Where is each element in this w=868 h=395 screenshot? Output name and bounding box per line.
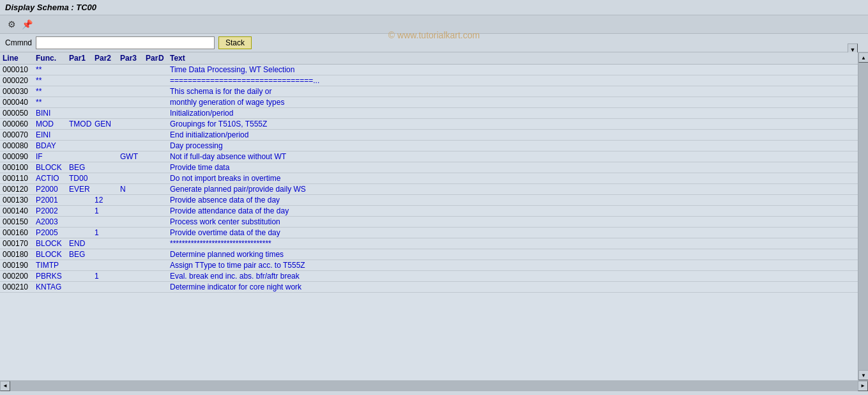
table-row[interactable]: 000070 EINI End initialization/period [0,130,858,141]
cell-text: ********************************** [170,239,855,248]
cell-line: 000020 [3,76,36,85]
cell-line: 000060 [3,120,36,128]
cell-text: monthly generation of wage types [170,98,855,107]
col-header-line: Line [3,54,36,63]
col-header-par1: Par1 [69,54,95,63]
table-row[interactable]: 000140 P2002 1 Provide attendance data o… [0,206,858,217]
cell-func: A2003 [36,217,69,226]
table-row[interactable]: 000110 ACTIO TD00 Do not import breaks i… [0,173,858,184]
table-row[interactable]: 000090 IF GWT Not if full-day absence wi… [0,151,858,162]
cell-text: Time Data Processing, WT Selection [170,65,855,74]
cell-func: PBRKS [36,272,69,281]
cell-text: Assign TType to time pair acc. to T555Z [170,261,855,270]
table-row[interactable]: 000030 ** This schema is for the daily o… [0,86,858,97]
cell-line: 000010 [3,65,36,74]
cell-par2: 12 [95,196,120,205]
scroll-track [858,63,868,370]
page-title: Display Schema : TC00 [5,3,96,12]
cell-func: IF [36,152,69,161]
cell-func: ACTIO [36,174,69,183]
cell-line: 000080 [3,141,36,150]
cell-par3: N [120,185,146,194]
horizontal-scrollbar[interactable]: ◄ ► [0,380,868,391]
cell-par2: 1 [95,228,120,237]
table-row[interactable]: 000100 BLOCK BEG Provide time data [0,162,858,173]
table-row[interactable]: 000150 A2003 Process work center substit… [0,217,858,228]
cell-par1: BEG [69,250,95,259]
cell-par1: TD00 [69,174,95,183]
cell-func: P2005 [36,228,69,237]
cell-par1: END [69,239,95,248]
scroll-up-button[interactable]: ▲ [858,52,868,63]
col-header-d: D [158,54,170,63]
table-row[interactable]: 000180 BLOCK BEG Determine planned worki… [0,249,858,260]
cell-line: 000150 [3,217,36,226]
cell-text: Provide overtime data of the day [170,228,855,237]
cell-func: MOD [36,120,69,128]
cell-func: P2002 [36,206,69,215]
table-row[interactable]: 000010 ** Time Data Processing, WT Selec… [0,65,858,75]
cell-line: 000090 [3,152,36,161]
cell-text: ================================... [170,76,855,85]
table-row[interactable]: 000080 BDAY Day processing [0,141,858,151]
table-row[interactable]: 000020 ** ==============================… [0,75,858,86]
cell-text: Provide absence data of the day [170,196,855,205]
column-headers: Line Func. Par1 Par2 Par3 Par4 D Text [0,52,858,65]
cell-line: 000110 [3,174,36,183]
stack-button[interactable]: Stack [218,36,252,49]
table-row[interactable]: 000170 BLOCK END ***********************… [0,238,858,249]
vertical-scrollbar[interactable]: ▲ ▼ [858,52,868,380]
cell-func: ** [36,98,69,107]
cell-par3: GWT [120,152,146,161]
table-row[interactable]: 000060 MOD TMOD GEN Groupings for T510S,… [0,119,858,130]
scroll-left-button[interactable]: ◄ [0,381,10,391]
command-input[interactable] [36,36,215,49]
table-row[interactable]: 000160 P2005 1 Provide overtime data of … [0,228,858,238]
cell-func: BLOCK [36,239,69,248]
cell-text: This schema is for the daily or [170,87,855,96]
scroll-right-button[interactable]: ► [858,381,868,391]
command-bar: Cmmnd Stack ▼ [0,34,868,52]
cell-line: 000070 [3,130,36,139]
cell-text: Determine planned working times [170,250,855,259]
cell-par1: TMOD [69,120,95,128]
cell-line: 000190 [3,261,36,270]
table-row[interactable]: 000200 PBRKS 1 Eval. break end inc. abs.… [0,271,858,282]
col-header-par2: Par2 [95,54,120,63]
cell-text: Provide time data [170,163,855,172]
cell-line: 000170 [3,239,36,248]
title-bar: Display Schema : TC00 [0,0,868,15]
table-row[interactable]: 000040 ** monthly generation of wage typ… [0,97,858,108]
cell-text: Groupings for T510S, T555Z [170,120,855,128]
cell-line: 000030 [3,87,36,96]
cell-text: Initialization/period [170,109,855,118]
settings-icon[interactable]: ⚙ [5,18,18,31]
cell-line: 000050 [3,109,36,118]
cell-line: 000200 [3,272,36,281]
col-header-par3: Par3 [120,54,146,63]
cell-par2: 1 [95,272,120,281]
cell-func: ** [36,65,69,74]
table-row[interactable]: 000130 P2001 12 Provide absence data of … [0,195,858,206]
cell-text: Day processing [170,141,855,150]
cell-line: 000160 [3,228,36,237]
cell-line: 000210 [3,283,36,291]
cell-par1: EVER [69,185,95,194]
cell-line: 000140 [3,206,36,215]
pin-icon[interactable]: 📌 [20,18,33,31]
table-row[interactable]: 000120 P2000 EVER N Generate planned pai… [0,184,858,195]
h-scroll-track [10,381,858,391]
col-header-func: Func. [36,54,69,63]
table-row[interactable]: 000210 KNTAG Determine indicator for cor… [0,282,858,293]
table-row[interactable]: 000050 BINI Initialization/period [0,108,858,119]
cell-par2: 1 [95,206,120,215]
cell-func: TIMTP [36,261,69,270]
scroll-down-button[interactable]: ▼ [858,370,868,380]
table-row[interactable]: 000190 TIMTP Assign TType to time pair a… [0,260,858,271]
cell-text: Generate planned pair/provide daily WS [170,185,855,194]
cell-text: Not if full-day absence without WT [170,152,855,161]
cell-line: 000120 [3,185,36,194]
main-content: Line Func. Par1 Par2 Par3 Par4 D Text 00… [0,52,868,380]
data-table: 000010 ** Time Data Processing, WT Selec… [0,65,858,293]
cell-func: BDAY [36,141,69,150]
